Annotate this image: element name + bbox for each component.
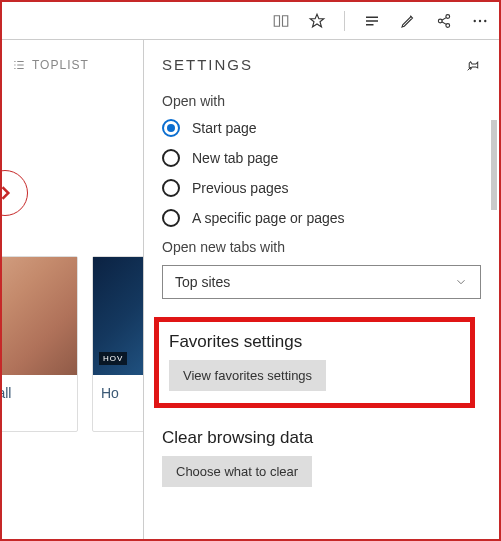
- divider: [344, 11, 345, 31]
- radio-icon: [162, 149, 180, 167]
- web-note-icon[interactable]: [399, 12, 417, 30]
- share-icon[interactable]: [435, 12, 453, 30]
- radio-specific-page[interactable]: A specific page or pages: [162, 209, 481, 227]
- clear-data-title: Clear browsing data: [162, 428, 481, 448]
- toplist-header[interactable]: TOPLIST: [8, 50, 137, 80]
- radio-label: Start page: [192, 120, 257, 136]
- radio-start-page[interactable]: Start page: [162, 119, 481, 137]
- svg-point-0: [438, 19, 442, 23]
- radio-icon: [162, 179, 180, 197]
- favorites-star-icon[interactable]: [308, 12, 326, 30]
- radio-icon: [162, 119, 180, 137]
- svg-point-4: [479, 19, 481, 21]
- svg-point-3: [474, 19, 476, 21]
- open-tabs-dropdown[interactable]: Top sites: [162, 265, 481, 299]
- toplist-label: TOPLIST: [32, 58, 89, 72]
- reading-view-icon[interactable]: [272, 12, 290, 30]
- dropdown-value: Top sites: [175, 274, 230, 290]
- scrollbar-thumb[interactable]: [491, 120, 497, 210]
- open-with-label: Open with: [162, 93, 481, 109]
- list-icon: [12, 58, 26, 72]
- radio-icon: [162, 209, 180, 227]
- favorites-settings-title: Favorites settings: [169, 332, 460, 352]
- chevron-down-icon: [454, 275, 468, 289]
- content-column: TOPLIST IOS ketball HOV Ho: [2, 40, 144, 539]
- more-icon[interactable]: [471, 12, 489, 30]
- settings-title: SETTINGS: [162, 56, 253, 73]
- radio-label: Previous pages: [192, 180, 289, 196]
- svg-point-5: [484, 19, 486, 21]
- title-bar: [2, 2, 499, 40]
- radio-new-tab-page[interactable]: New tab page: [162, 149, 481, 167]
- main-area: TOPLIST IOS ketball HOV Ho SETTINGS: [2, 40, 499, 539]
- view-favorites-settings-button[interactable]: View favorites settings: [169, 360, 326, 391]
- choose-what-to-clear-button[interactable]: Choose what to clear: [162, 456, 312, 487]
- nav-next-button[interactable]: [2, 170, 28, 216]
- svg-point-2: [446, 23, 450, 27]
- radio-previous-pages[interactable]: Previous pages: [162, 179, 481, 197]
- card-thumbnail: HOV: [93, 257, 144, 375]
- settings-panel: SETTINGS Open with Start page New tab pa…: [144, 40, 499, 539]
- open-tabs-label: Open new tabs with: [162, 239, 481, 255]
- chevron-right-icon: [2, 183, 15, 203]
- svg-point-1: [446, 14, 450, 18]
- clear-data-group: Clear browsing data Choose what to clear: [162, 428, 481, 487]
- radio-label: New tab page: [192, 150, 278, 166]
- radio-label: A specific page or pages: [192, 210, 345, 226]
- card-caption: ketball: [2, 375, 77, 431]
- favorites-settings-group: Favorites settings View favorites settin…: [154, 317, 475, 408]
- settings-header: SETTINGS: [162, 52, 481, 87]
- card-caption: Ho: [93, 375, 144, 431]
- pin-icon[interactable]: [465, 57, 481, 73]
- card-thumbnail: IOS: [2, 257, 77, 375]
- card-tag: HOV: [99, 352, 127, 365]
- content-card[interactable]: IOS ketball: [2, 256, 78, 432]
- card-row: IOS ketball HOV Ho: [2, 256, 144, 432]
- hub-icon[interactable]: [363, 12, 381, 30]
- content-card[interactable]: HOV Ho: [92, 256, 144, 432]
